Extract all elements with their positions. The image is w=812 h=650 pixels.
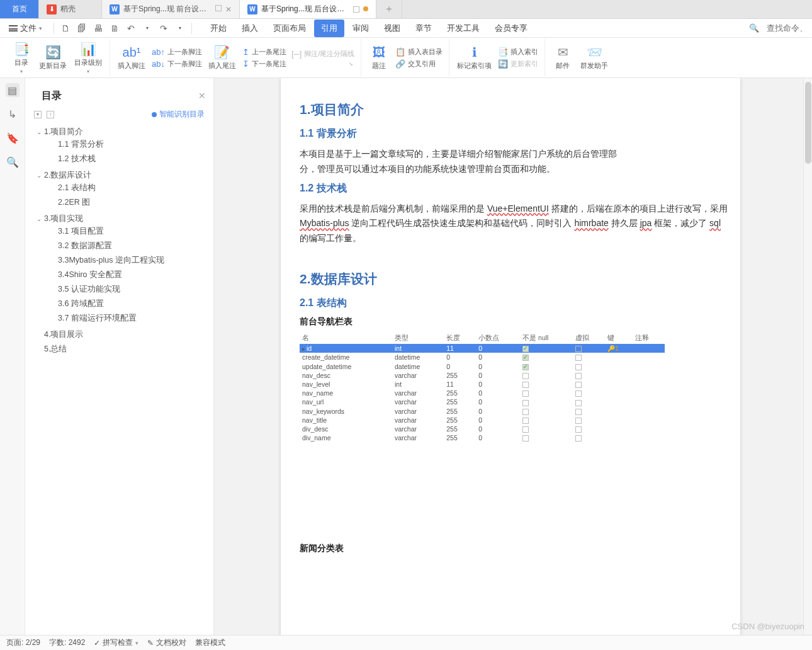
outline-item[interactable]: 3.4Shiro 安全配置 [49, 270, 208, 280]
tab-doc-2[interactable]: W 基于Spring...现 后台设计论文 [240, 0, 376, 18]
ribbon-tab-4[interactable]: 审阅 [346, 20, 376, 37]
outline-item[interactable]: ⌄3.项目实现 [35, 214, 208, 224]
table-row[interactable]: nav_descvarchar2550 [300, 371, 665, 380]
redo-icon[interactable]: ↷ [159, 23, 169, 33]
tab-new[interactable]: ＋ [376, 0, 402, 18]
undo-icon[interactable]: ↶ [126, 23, 136, 33]
caption-button[interactable]: 🖼题注 [365, 43, 393, 72]
update-toc-button[interactable]: 🔄更新目录 [35, 43, 70, 72]
insert-footnote-button[interactable]: ab¹插入脚注 [114, 43, 149, 72]
prev-footnote-button[interactable]: ab↑上一条脚注 [152, 47, 202, 57]
group-send-button[interactable]: 📨群发助手 [577, 43, 612, 72]
ribbon-tab-1[interactable]: 插入 [235, 20, 265, 37]
outline-item-label: 3.项目实现 [44, 214, 83, 224]
table-row[interactable]: nav_titlevarchar2550 [300, 416, 665, 425]
print-preview-icon[interactable]: 🗎 [110, 23, 120, 33]
outline-collapse-icon[interactable]: ▾ [34, 111, 42, 118]
insert-table-of-figures-button[interactable]: 📋插入表目录 [395, 47, 443, 57]
outline-item[interactable]: ⌄2.数据库设计 [35, 170, 208, 181]
outline-rail-icon[interactable]: ▤ [6, 83, 20, 97]
ribbon-tab-5[interactable]: 视图 [377, 20, 407, 37]
tab-doc-1[interactable]: W 基于Spring...现 前台设计论文 ✕ [102, 0, 240, 18]
table-cell [633, 362, 665, 370]
outline-item[interactable]: 1.1 背景分析 [49, 139, 208, 150]
outline-item[interactable]: 4.项目展示 [35, 329, 208, 340]
save-as-icon[interactable]: 🗐 [77, 23, 87, 33]
table-row[interactable]: nav_levelint110 [300, 380, 665, 389]
table-row[interactable]: div_namevarchar2550 [300, 433, 665, 442]
chevron-down-icon[interactable]: ⌄ [35, 172, 43, 179]
outline-item[interactable]: 2.1 表结构 [49, 183, 208, 193]
outline-item[interactable]: 3.3Mybatis-plus 逆向工程实现 [49, 255, 208, 266]
undo-dd-icon[interactable]: ▾ [142, 25, 152, 31]
status-page[interactable]: 页面: 2/29 [6, 637, 40, 648]
scrollbar-thumb[interactable] [805, 82, 811, 164]
toc-button[interactable]: 📑目录▾ [8, 40, 35, 76]
insert-index-button[interactable]: 📑插入索引 [498, 47, 538, 57]
mail-button[interactable]: ✉邮件 [549, 43, 577, 72]
table-row[interactable]: nav_urlvarchar2550 [300, 397, 665, 406]
status-spell[interactable]: ✓拼写检查▾ [94, 637, 138, 648]
ribbon-tab-8[interactable]: 会员专享 [488, 20, 534, 37]
tab-doc2-label: 基于Spring...现 后台设计论文 [261, 4, 349, 14]
status-words[interactable]: 字数: 2492 [49, 637, 85, 648]
next-endnote-button[interactable]: ↧下一条尾注 [242, 59, 286, 69]
table-row[interactable]: nav_keywordsvarchar2550 [300, 407, 665, 416]
table-row[interactable]: nav_namevarchar2550 [300, 389, 665, 397]
table-row[interactable]: create_datetimedatetime00 [300, 353, 665, 362]
footnote-launcher-icon[interactable]: ↘ [349, 61, 354, 67]
ribbon-tab-7[interactable]: 开发工具 [440, 20, 487, 37]
tab-shell[interactable]: ⬇ 稻壳 [39, 0, 102, 18]
chevron-down-icon[interactable]: ⌄ [35, 215, 43, 222]
outline-item-label: 3.3Mybatis-plus 逆向工程实现 [58, 255, 164, 266]
mail-label: 邮件 [556, 61, 570, 71]
ribbon-tab-6[interactable]: 章节 [409, 20, 439, 37]
print-icon[interactable]: 🖶 [93, 23, 103, 33]
outline-item[interactable]: 5.总结 [35, 344, 208, 355]
status-proof[interactable]: ✎文档校对 [147, 637, 186, 648]
tab-doc2-window-icon[interactable] [353, 6, 359, 13]
outline-item[interactable]: 3.5 认证功能实现 [49, 284, 208, 295]
outline-item[interactable]: 3.2 数据源配置 [49, 241, 208, 251]
tab-doc1-window-icon[interactable] [215, 5, 222, 11]
outline-close-icon[interactable]: ✕ [198, 91, 206, 101]
outline-item[interactable]: 1.2 技术栈 [49, 154, 208, 164]
next-footnote-button[interactable]: ab↓下一条脚注 [152, 59, 202, 69]
table-row[interactable]: div_descvarchar2550 [300, 425, 665, 433]
tab-home[interactable]: 首页 [0, 0, 39, 18]
search-icon[interactable]: 🔍 [749, 23, 759, 33]
outline-item[interactable]: 3.6 跨域配置 [49, 299, 208, 309]
ribbon-tab-2[interactable]: 页面布局 [266, 20, 313, 37]
insert-endnote-button[interactable]: 📝插入尾注 [205, 43, 240, 72]
outline-item[interactable]: 3.7 前端运行环境配置 [49, 313, 208, 324]
chevron-down-icon[interactable]: ⌄ [35, 128, 43, 135]
ribbon-tab-3[interactable]: 引用 [314, 20, 344, 37]
file-label: 文件 [20, 23, 37, 34]
document-area[interactable]: 1.项目简介 1.1 背景分析 本项目是基于上一篇文章续写的，主要是详细介绍智能… [214, 78, 812, 635]
redo-dd-icon[interactable]: ▾ [175, 25, 185, 31]
cross-reference-button[interactable]: 🔗交叉引用 [395, 59, 443, 69]
nav-rail-icon[interactable]: ↳ [6, 107, 20, 121]
outline-item[interactable]: 3.1 项目配置 [49, 226, 208, 237]
toc-level-button[interactable]: 📊目录级别▾ [70, 40, 106, 76]
ribbon-tab-0[interactable]: 开始 [203, 20, 234, 37]
table-cell [605, 416, 633, 425]
table-row[interactable]: ▸idint110🔑1 [300, 344, 665, 353]
file-menu[interactable]: 文件 ▾ [5, 21, 46, 36]
table-row[interactable]: update_datetimedatetime00 [300, 362, 665, 370]
outline-item-label: 3.2 数据源配置 [58, 241, 112, 251]
bookmark-rail-icon[interactable]: 🔖 [6, 131, 20, 145]
table-cell: nav_desc [300, 371, 392, 380]
table-cell [633, 407, 665, 416]
outline-expand-icon[interactable]: ↕ [47, 111, 54, 118]
search-input[interactable] [767, 23, 807, 33]
mark-index-button[interactable]: ℹ标记索引项 [453, 43, 495, 72]
search-rail-icon[interactable]: 🔍 [6, 155, 20, 169]
outline-item[interactable]: ⌄1.项目简介 [35, 127, 208, 137]
outline-item[interactable]: 2.2ER 图 [49, 197, 208, 208]
save-icon[interactable]: 🗋 [60, 23, 70, 33]
tab-doc1-close-icon[interactable]: ✕ [225, 5, 232, 14]
prev-endnote-button[interactable]: ↥上一条尾注 [242, 47, 286, 57]
vertical-scrollbar[interactable] [803, 78, 812, 635]
smart-outline-button[interactable]: 智能识别目录 [152, 109, 205, 120]
